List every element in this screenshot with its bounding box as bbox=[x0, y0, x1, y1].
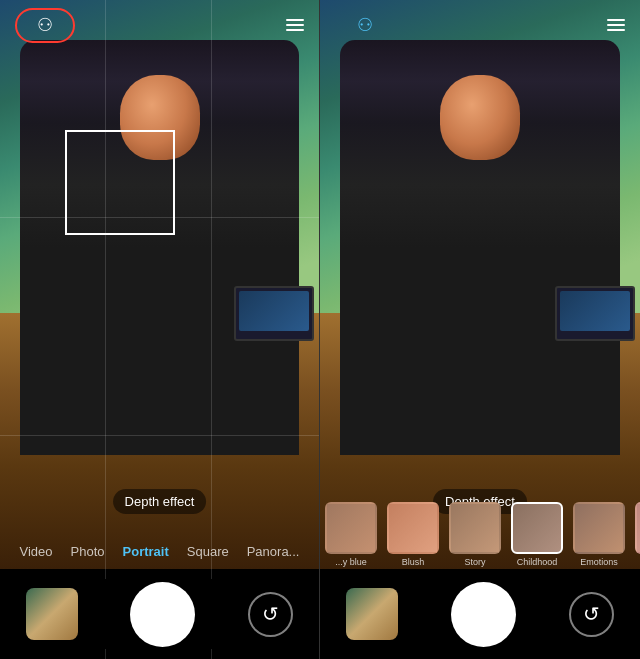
flip-icon-right: ↺ bbox=[583, 602, 600, 626]
filter-childhood[interactable]: Childhood bbox=[508, 502, 566, 567]
menu-button-right[interactable] bbox=[607, 19, 625, 31]
filter-thumb-childhood bbox=[511, 502, 563, 554]
right-face bbox=[440, 75, 520, 160]
filter-strip: ...y blue Blush Story Childhood Emotions… bbox=[320, 499, 640, 569]
portrait-mode-button[interactable]: ⚇ bbox=[15, 8, 75, 43]
left-mode-bar: Video Photo Portrait Square Panora... bbox=[0, 534, 319, 569]
mode-video[interactable]: Video bbox=[20, 544, 53, 559]
menu-line-1 bbox=[286, 19, 304, 21]
right-person bbox=[340, 40, 620, 455]
mode-portrait[interactable]: Portrait bbox=[123, 544, 169, 559]
filter-label-blush: Blush bbox=[402, 557, 425, 567]
filter-label-story: Story bbox=[464, 557, 485, 567]
mode-panorama[interactable]: Panora... bbox=[247, 544, 300, 559]
flip-icon: ↺ bbox=[262, 602, 279, 626]
menu-line-r2 bbox=[607, 24, 625, 26]
right-laptop bbox=[555, 286, 635, 341]
filter-romantic[interactable]: Romantic bbox=[632, 502, 640, 567]
left-panel: ⚇ Depth effect Video Photo Portrait Squa… bbox=[0, 0, 320, 659]
filter-thumb-emotions bbox=[573, 502, 625, 554]
aperture-icon-right: ⚇ bbox=[357, 14, 373, 36]
focus-box bbox=[65, 130, 175, 235]
filter-thumb-romantic bbox=[635, 502, 640, 554]
right-scene bbox=[320, 0, 640, 569]
left-controls-bar: ↺ bbox=[0, 579, 319, 649]
filter-thumb-sky-blue bbox=[325, 502, 377, 554]
filter-story[interactable]: Story bbox=[446, 502, 504, 567]
filter-label-sky-blue: ...y blue bbox=[335, 557, 367, 567]
menu-line-r1 bbox=[607, 19, 625, 21]
mode-square[interactable]: Square bbox=[187, 544, 229, 559]
left-flip-button[interactable]: ↺ bbox=[248, 592, 293, 637]
aperture-icon-left: ⚇ bbox=[37, 14, 53, 36]
menu-line-r3 bbox=[607, 29, 625, 31]
right-shutter-button[interactable] bbox=[451, 582, 516, 647]
filter-thumb-blush bbox=[387, 502, 439, 554]
filter-emotions[interactable]: Emotions bbox=[570, 502, 628, 567]
menu-line-2 bbox=[286, 24, 304, 26]
portrait-mode-button-right[interactable]: ⚇ bbox=[335, 8, 395, 43]
filter-label-childhood: Childhood bbox=[517, 557, 558, 567]
filter-blush[interactable]: Blush bbox=[384, 502, 442, 567]
filter-thumb-story bbox=[449, 502, 501, 554]
menu-line-3 bbox=[286, 29, 304, 31]
right-top-bar: ⚇ bbox=[320, 0, 640, 50]
right-panel: ⚇ Depth effect ...y blue Blush Story Chi… bbox=[320, 0, 640, 659]
right-controls-bar: ↺ bbox=[320, 579, 640, 649]
menu-button-left[interactable] bbox=[286, 19, 304, 31]
left-depth-label: Depth effect bbox=[113, 489, 207, 514]
filter-label-emotions: Emotions bbox=[580, 557, 618, 567]
grid-h2 bbox=[0, 435, 319, 436]
right-thumbnail[interactable] bbox=[346, 588, 398, 640]
mode-photo[interactable]: Photo bbox=[71, 544, 105, 559]
right-laptop-screen bbox=[560, 291, 630, 331]
right-flip-button[interactable]: ↺ bbox=[569, 592, 614, 637]
filter-sky-blue[interactable]: ...y blue bbox=[322, 502, 380, 567]
left-top-bar: ⚇ bbox=[0, 0, 319, 50]
left-shutter-button[interactable] bbox=[130, 582, 195, 647]
left-thumbnail[interactable] bbox=[26, 588, 78, 640]
